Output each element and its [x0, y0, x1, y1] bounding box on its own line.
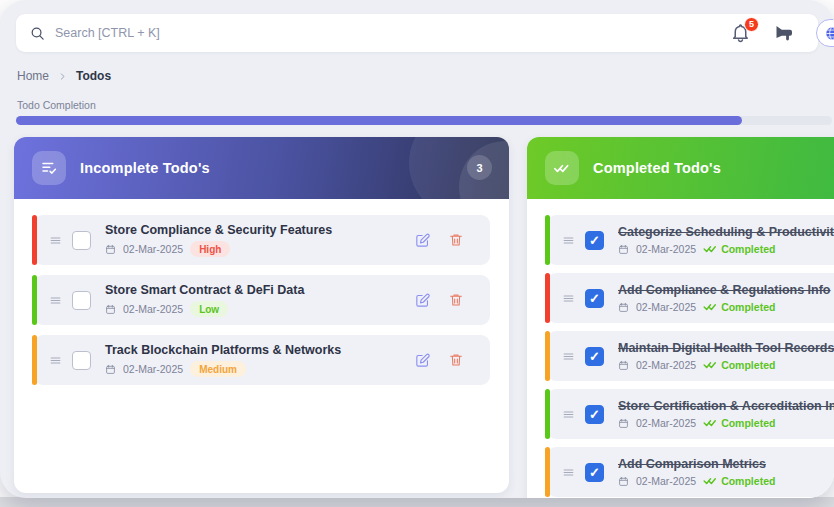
- drag-handle-icon[interactable]: [49, 354, 62, 367]
- incomplete-todo-list: Store Compliance & Security Features 02-…: [14, 199, 509, 399]
- completed-status: Completed: [703, 359, 775, 371]
- edit-icon: [414, 292, 431, 309]
- todo-date: 02-Mar-2025: [636, 475, 696, 487]
- delete-button[interactable]: [448, 292, 464, 308]
- calendar-icon: [618, 360, 629, 371]
- calendar-icon: [105, 364, 116, 375]
- priority-badge: Low: [190, 301, 228, 317]
- priority-accent-bar: [545, 215, 550, 265]
- todo-title: Add Compliance & Regulations Info: [618, 283, 831, 297]
- completed-status: Completed: [703, 475, 775, 487]
- double-check-icon: [703, 476, 717, 486]
- todo-meta: 02-Mar-2025 High: [105, 241, 332, 257]
- todo-meta: 02-Mar-2025 Medium: [105, 361, 341, 377]
- todo-date: 02-Mar-2025: [636, 243, 696, 255]
- todo-date: 02-Mar-2025: [636, 359, 696, 371]
- todo-item[interactable]: Store Smart Contract & DeFi Data 02-Mar-…: [34, 275, 490, 325]
- trash-icon: [448, 352, 464, 368]
- language-button[interactable]: [816, 19, 834, 47]
- todo-item[interactable]: Categorize Scheduling & Productivity App…: [547, 215, 834, 265]
- edit-button[interactable]: [414, 292, 431, 309]
- completed-panel-header: Completed Todo's: [527, 137, 834, 199]
- todo-title: Store Compliance & Security Features: [105, 223, 332, 237]
- search-input[interactable]: [55, 26, 730, 40]
- drag-handle-icon[interactable]: [562, 350, 575, 363]
- drag-handle-icon[interactable]: [562, 292, 575, 305]
- drag-handle-icon[interactable]: [49, 294, 62, 307]
- todo-meta: 02-Mar-2025 Completed: [618, 359, 834, 371]
- todo-item[interactable]: Store Certification & Accreditation Info…: [547, 389, 834, 439]
- double-check-icon: [703, 360, 717, 370]
- todo-item[interactable]: Maintain Digital Health Tool Records 02-…: [547, 331, 834, 381]
- delete-button[interactable]: [448, 352, 464, 368]
- todo-item[interactable]: Track Blockchain Platforms & Networks 02…: [34, 335, 490, 385]
- todo-title: Store Certification & Accreditation Info: [618, 399, 834, 413]
- app-window: 5 Home Todos Todo Completion: [0, 0, 834, 498]
- todo-content: Store Compliance & Security Features 02-…: [105, 223, 332, 257]
- incomplete-count-badge: 3: [467, 155, 492, 180]
- priority-badge: Medium: [190, 361, 246, 377]
- completed-status: Completed: [703, 301, 775, 313]
- progress-bar-track: [16, 116, 832, 125]
- edit-button[interactable]: [414, 352, 431, 369]
- todo-actions: [414, 292, 490, 309]
- delete-button[interactable]: [448, 232, 464, 248]
- breadcrumb-home[interactable]: Home: [17, 69, 49, 83]
- todo-date: 02-Mar-2025: [123, 243, 183, 255]
- list-check-icon: [32, 151, 66, 185]
- todo-title: Track Blockchain Platforms & Networks: [105, 343, 341, 357]
- drag-handle-icon[interactable]: [49, 234, 62, 247]
- double-check-icon: [703, 244, 717, 254]
- chevron-right-icon: [58, 72, 67, 81]
- completed-status: Completed: [703, 417, 775, 429]
- todo-checkbox[interactable]: [72, 291, 91, 310]
- completed-status: Completed: [703, 243, 775, 255]
- drag-handle-icon[interactable]: [562, 466, 575, 479]
- topbar-actions: 5: [730, 19, 834, 47]
- trash-icon: [448, 232, 464, 248]
- completed-todo-list: Categorize Scheduling & Productivity App…: [527, 199, 834, 498]
- todo-checkbox[interactable]: [585, 289, 604, 308]
- edit-icon: [414, 352, 431, 369]
- todo-item[interactable]: Store Compliance & Security Features 02-…: [34, 215, 490, 265]
- drag-handle-icon[interactable]: [562, 234, 575, 247]
- calendar-icon: [618, 476, 629, 487]
- completed-label: Completed: [721, 243, 775, 255]
- todo-date: 02-Mar-2025: [123, 303, 183, 315]
- edit-button[interactable]: [414, 232, 431, 249]
- todo-content: Store Certification & Accreditation Info…: [618, 399, 834, 429]
- todo-checkbox[interactable]: [585, 231, 604, 250]
- breadcrumb-current: Todos: [76, 69, 111, 83]
- todo-title: Store Smart Contract & DeFi Data: [105, 283, 304, 297]
- todo-title: Categorize Scheduling & Productivity App…: [618, 225, 834, 239]
- search-bar: 5: [16, 14, 818, 52]
- panels-container: Incomplete Todo's 3 Store Compliance & S…: [14, 137, 834, 498]
- completed-panel-title: Completed Todo's: [593, 160, 721, 176]
- todo-checkbox[interactable]: [72, 351, 91, 370]
- todo-checkbox[interactable]: [585, 463, 604, 482]
- todo-checkbox[interactable]: [585, 405, 604, 424]
- notifications-button[interactable]: 5: [730, 23, 751, 44]
- todo-title: Maintain Digital Health Tool Records: [618, 341, 834, 355]
- double-check-icon: [703, 302, 717, 312]
- megaphone-icon[interactable]: [773, 23, 794, 44]
- todo-date: 02-Mar-2025: [636, 417, 696, 429]
- todo-content: Categorize Scheduling & Productivity App…: [618, 225, 834, 255]
- double-check-icon: [545, 151, 579, 185]
- calendar-icon: [105, 304, 116, 315]
- notification-badge: 5: [744, 17, 759, 32]
- priority-badge: High: [190, 241, 230, 257]
- todo-checkbox[interactable]: [72, 231, 91, 250]
- completed-label: Completed: [721, 475, 775, 487]
- todo-meta: 02-Mar-2025 Completed: [618, 417, 834, 429]
- todo-date: 02-Mar-2025: [123, 363, 183, 375]
- todo-checkbox[interactable]: [585, 347, 604, 366]
- priority-accent-bar: [545, 273, 550, 323]
- priority-accent-bar: [545, 447, 550, 497]
- calendar-icon: [618, 244, 629, 255]
- priority-accent-bar: [32, 275, 37, 325]
- todo-item[interactable]: Add Compliance & Regulations Info 02-Mar…: [547, 273, 834, 323]
- todo-actions: [414, 232, 490, 249]
- todo-item[interactable]: Add Comparison Metrics 02-Mar-2025 Compl…: [547, 447, 834, 497]
- drag-handle-icon[interactable]: [562, 408, 575, 421]
